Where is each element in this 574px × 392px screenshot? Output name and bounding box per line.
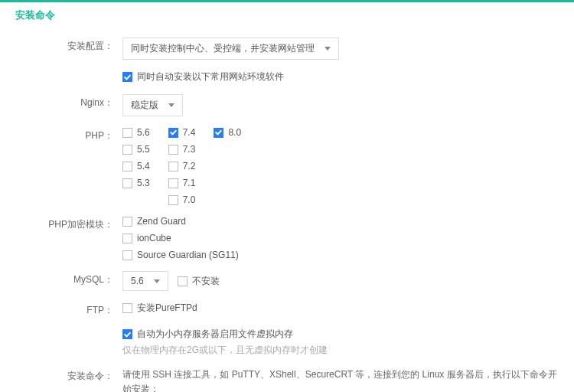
row-nginx: Nginx： 稳定版: [15, 94, 559, 116]
checkbox-icon: [122, 250, 132, 260]
checkbox-icon: [168, 178, 178, 188]
php-version-7-3[interactable]: 7.3: [168, 144, 196, 155]
row-auto-install: 同时自动安装以下常用网站环境软件: [15, 70, 559, 83]
checkbox-icon: [122, 303, 132, 313]
php-col-2: 7.47.37.27.17.0: [168, 127, 196, 205]
checkbox-mysql-noinstall[interactable]: 不安装: [178, 275, 220, 288]
php-version-5-4[interactable]: 5.4: [122, 161, 150, 172]
php-version-label: 7.4: [183, 127, 196, 138]
page-container: 安装命令 安装配置： 同时安装控制中心、受控端，并安装网站管理 同时自动安装以下…: [0, 2, 574, 392]
checkbox-icon: [122, 178, 132, 188]
checkbox-icon: [122, 234, 132, 243]
page-title: 安装命令: [15, 8, 559, 22]
checkbox-icon: [122, 329, 132, 339]
checkbox-icon: [122, 145, 132, 155]
php-col-1: 5.65.55.45.3: [122, 127, 150, 205]
php-version-label: 5.4: [137, 161, 150, 172]
php-encryption-Zend-Guard[interactable]: Zend Guard: [122, 216, 559, 227]
checkbox-icon: [214, 128, 223, 138]
checkbox-auto-install-label: 同时自动安装以下常用网站环境软件: [137, 70, 284, 83]
checkbox-icon: [122, 72, 132, 82]
row-install-config: 安装配置： 同时安装控制中心、受控端，并安装网站管理: [15, 38, 559, 60]
select-nginx-value: 稳定版: [131, 100, 158, 110]
php-col-3: 8.0: [214, 127, 241, 205]
label-php-encryption: PHP加密模块：: [15, 216, 122, 231]
swap-hint: 仅在物理内存在2G或以下，且无虚拟内存时才创建: [122, 344, 559, 357]
encryption-options: Zend GuardionCubeSource Guardian (SG11): [122, 216, 559, 260]
checkbox-icon: [122, 217, 132, 227]
row-php-encryption: PHP加密模块： Zend GuardionCubeSource Guardia…: [15, 216, 559, 260]
checkbox-swap[interactable]: 自动为小内存服务器启用文件虚拟内存: [122, 328, 293, 341]
checkbox-icon: [168, 145, 178, 155]
php-version-8-0[interactable]: 8.0: [214, 127, 241, 138]
row-install-command: 安装命令： 请使用 SSH 连接工具，如 PuTTY、XShell、Secure…: [15, 368, 559, 392]
php-version-5-6[interactable]: 5.6: [122, 127, 150, 138]
row-mysql: MySQL： 5.6 不安装: [15, 271, 559, 291]
label-nginx: Nginx：: [15, 94, 122, 109]
php-version-5-5[interactable]: 5.5: [122, 144, 150, 155]
checkbox-auto-install-env[interactable]: 同时自动安装以下常用网站环境软件: [122, 70, 284, 83]
label-install-command: 安装命令：: [15, 368, 122, 383]
checkbox-swap-label: 自动为小内存服务器启用文件虚拟内存: [137, 328, 293, 341]
checkbox-icon: [168, 162, 178, 172]
chevron-down-icon: [168, 103, 174, 107]
php-version-label: 7.2: [183, 161, 196, 172]
php-encryption-label: Zend Guard: [137, 216, 186, 227]
php-version-5-3[interactable]: 5.3: [122, 178, 150, 188]
php-version-label: 8.0: [228, 127, 241, 138]
php-encryption-Source-Guardian-SG11-[interactable]: Source Guardian (SG11): [122, 250, 559, 260]
chevron-down-icon: [154, 279, 160, 283]
php-version-7-4[interactable]: 7.4: [168, 127, 196, 138]
php-version-grid: 5.65.55.45.3 7.47.37.27.17.0 8.0: [122, 127, 559, 205]
chevron-down-icon: [325, 47, 331, 51]
checkbox-ftp-label: 安装PureFTPd: [137, 302, 197, 315]
row-php: PHP： 5.65.55.45.3 7.47.37.27.17.0 8.0: [15, 127, 559, 205]
select-nginx-version[interactable]: 稳定版: [122, 94, 183, 116]
php-version-7-1[interactable]: 7.1: [168, 178, 196, 188]
checkbox-icon: [168, 195, 178, 205]
php-version-label: 7.1: [183, 178, 196, 188]
checkbox-mysql-noinstall-label: 不安装: [192, 275, 220, 288]
row-ftp: FTP： 安装PureFTPd: [15, 302, 559, 317]
php-encryption-label: ionCube: [137, 233, 171, 243]
php-version-label: 5.6: [137, 127, 150, 138]
select-install-config[interactable]: 同时安装控制中心、受控端，并安装网站管理: [122, 38, 339, 60]
label-install-config: 安装配置：: [15, 38, 122, 53]
php-version-label: 7.3: [183, 144, 196, 155]
php-encryption-ionCube[interactable]: ionCube: [122, 233, 559, 243]
php-version-label: 7.0: [183, 194, 196, 205]
php-version-7-2[interactable]: 7.2: [168, 161, 196, 172]
checkbox-icon: [122, 162, 132, 172]
checkbox-icon: [122, 128, 132, 138]
select-mysql-version[interactable]: 5.6: [122, 271, 168, 291]
php-encryption-label: Source Guardian (SG11): [137, 250, 239, 260]
checkbox-icon: [168, 128, 178, 138]
label-mysql: MySQL：: [15, 271, 122, 286]
checkbox-ftp-pureftpd[interactable]: 安装PureFTPd: [122, 302, 197, 315]
select-install-config-value: 同时安装控制中心、受控端，并安装网站管理: [131, 43, 315, 54]
php-version-label: 5.5: [137, 144, 150, 155]
checkbox-icon: [178, 276, 188, 286]
select-mysql-value: 5.6: [131, 276, 144, 286]
label-php: PHP：: [15, 127, 122, 142]
install-instruction: 请使用 SSH 连接工具，如 PuTTY、XShell、SecureCRT 等，…: [122, 368, 559, 392]
php-version-7-0[interactable]: 7.0: [168, 194, 196, 205]
label-ftp: FTP：: [15, 302, 122, 317]
row-swap: 自动为小内存服务器启用文件虚拟内存 仅在物理内存在2G或以下，且无虚拟内存时才创…: [15, 328, 559, 357]
php-version-label: 5.3: [137, 178, 150, 188]
